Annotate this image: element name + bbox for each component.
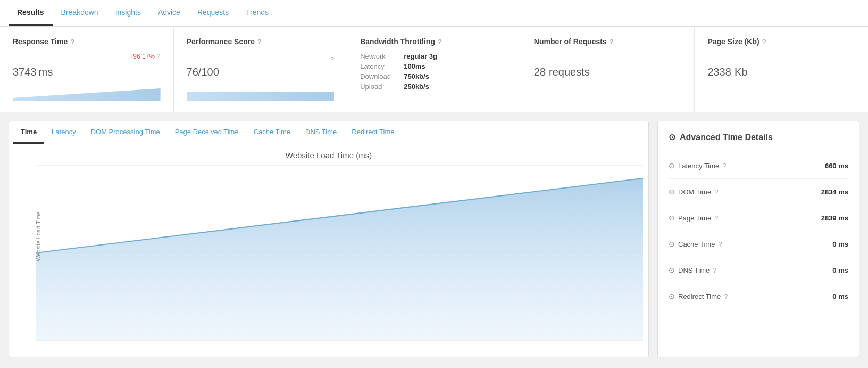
perf-help-icon[interactable]: ? (257, 38, 262, 46)
latency-help-icon[interactable]: ? (722, 162, 726, 170)
dns-time-value: 0 ms (832, 266, 848, 274)
detail-row-dom: ⊙ DOM Time ? 2834 ms (669, 179, 848, 205)
requests-title: Number of Requests ? (534, 37, 682, 46)
y-axis-label: Website Load Time (35, 211, 41, 261)
bandwidth-table: Network regular 3g Latency 100ms Downloa… (360, 52, 508, 91)
dom-time-label: ⊙ DOM Time ? (669, 187, 718, 196)
chart-tab-redirect[interactable]: Redirect Time (344, 121, 402, 144)
latency-label: Latency (360, 62, 397, 70)
dom-clock-icon: ⊙ (669, 187, 675, 196)
dns-help-icon[interactable]: ? (713, 266, 716, 274)
bandwidth-card: Bandwidth Throttling ? Network regular 3… (347, 27, 521, 112)
upload-label: Upload (360, 83, 397, 91)
chart-tab-time[interactable]: Time (13, 121, 44, 144)
page-time-value: 2839 ms (821, 214, 848, 222)
chart-tabs: Time Latency DOM Processing Time Page Re… (9, 121, 648, 144)
detail-row-latency: ⊙ Latency Time ? 660 ms (669, 153, 848, 179)
response-time-change: +96.17% ? (129, 52, 160, 60)
detail-row-cache: ⊙ Cache Time ? 0 ms (669, 231, 848, 257)
latency-time-value: 660 ms (825, 162, 848, 170)
response-time-title: Response Time ? (13, 37, 161, 46)
page-size-help-icon[interactable]: ? (762, 38, 766, 46)
page-help-icon[interactable]: ? (714, 214, 718, 222)
chart-svg: 4k 3k 2k 1k 0k 1 1.1 1.2 (36, 165, 643, 341)
performance-score-title: Performance Score ? (187, 37, 335, 46)
tab-advice[interactable]: Advice (149, 1, 189, 26)
response-time-card: Response Time ? 3743ms +96.17% ? (0, 27, 174, 112)
chart-area-polygon (36, 178, 643, 341)
dns-clock-icon: ⊙ (669, 266, 675, 274)
download-label: Download (360, 72, 397, 80)
page-clock-icon: ⊙ (669, 214, 675, 222)
redirect-time-value: 0 ms (832, 292, 848, 300)
cache-time-value: 0 ms (832, 240, 848, 248)
requests-help-icon[interactable]: ? (610, 38, 614, 46)
main-content: Time Latency DOM Processing Time Page Re… (0, 112, 868, 366)
upload-value: 250kb/s (404, 83, 429, 91)
network-label: Network (360, 52, 397, 60)
tab-results[interactable]: Results (9, 1, 53, 26)
network-value: regular 3g (404, 52, 437, 60)
redirect-time-label: ⊙ Redirect Time ? (669, 292, 728, 300)
page-size-card: Page Size (Kb) ? 2338Kb (695, 27, 868, 112)
metrics-row: Response Time ? 3743ms +96.17% ? Perform… (0, 27, 868, 112)
change-help-icon[interactable]: ? (156, 52, 160, 60)
performance-score-card: Performance Score ? 76/100 ? (174, 27, 348, 112)
panel-title: ⊙ Advanced Time Details (669, 132, 848, 142)
score-question-icon[interactable]: ? (330, 55, 334, 63)
redirect-help-icon[interactable]: ? (724, 292, 728, 300)
chart-tab-dns[interactable]: DNS Time (298, 121, 344, 144)
latency-value: 100ms (404, 62, 425, 70)
chart-area: Website Load Time 4k 3k 2k 1k 0k (9, 160, 648, 357)
performance-sparkline (187, 85, 335, 101)
tab-requests[interactable]: Requests (189, 1, 237, 26)
tab-trends[interactable]: Trends (237, 1, 277, 26)
latency-time-label: ⊙ Latency Time ? (669, 161, 727, 170)
requests-value: 28requests (534, 52, 682, 80)
response-time-value: 3743ms (13, 52, 53, 80)
tab-breakdown[interactable]: Breakdown (53, 1, 107, 26)
dom-time-value: 2834 ms (821, 188, 848, 196)
advanced-time-panel: ⊙ Advanced Time Details ⊙ Latency Time ?… (657, 121, 859, 357)
clock-icon: ⊙ (669, 132, 675, 142)
requests-card: Number of Requests ? 28requests (521, 27, 695, 112)
response-time-help-icon[interactable]: ? (70, 38, 74, 46)
page-size-value: 2338Kb (707, 52, 855, 80)
chart-tab-dom[interactable]: DOM Processing Time (84, 121, 168, 144)
chart-title: Website Load Time (ms) (9, 144, 648, 160)
bandwidth-title: Bandwidth Throttling ? (360, 37, 508, 46)
cache-help-icon[interactable]: ? (718, 240, 722, 248)
dns-time-label: ⊙ DNS Time ? (669, 266, 716, 274)
cache-clock-icon: ⊙ (669, 240, 675, 248)
bandwidth-help-icon[interactable]: ? (438, 38, 442, 46)
response-time-sparkline (13, 85, 161, 101)
chart-tab-page-received[interactable]: Page Received Time (168, 121, 246, 144)
top-navigation: Results Breakdown Insights Advice Reques… (0, 0, 868, 27)
chart-panel: Time Latency DOM Processing Time Page Re… (9, 121, 649, 357)
page-size-title: Page Size (Kb) ? (707, 37, 855, 46)
detail-row-dns: ⊙ DNS Time ? 0 ms (669, 257, 848, 283)
tab-insights[interactable]: Insights (107, 1, 149, 26)
detail-row-redirect: ⊙ Redirect Time ? 0 ms (669, 283, 848, 309)
detail-row-page: ⊙ Page Time ? 2839 ms (669, 205, 848, 231)
cache-time-label: ⊙ Cache Time ? (669, 240, 722, 248)
chart-tab-latency[interactable]: Latency (44, 121, 84, 144)
page-time-label: ⊙ Page Time ? (669, 214, 718, 222)
chart-tab-cache[interactable]: Cache Time (246, 121, 298, 144)
redirect-clock-icon: ⊙ (669, 292, 675, 300)
performance-score-value: 76/100 (187, 52, 219, 80)
download-value: 750kb/s (404, 72, 429, 80)
dom-help-icon[interactable]: ? (714, 188, 718, 196)
latency-clock-icon: ⊙ (669, 161, 675, 170)
